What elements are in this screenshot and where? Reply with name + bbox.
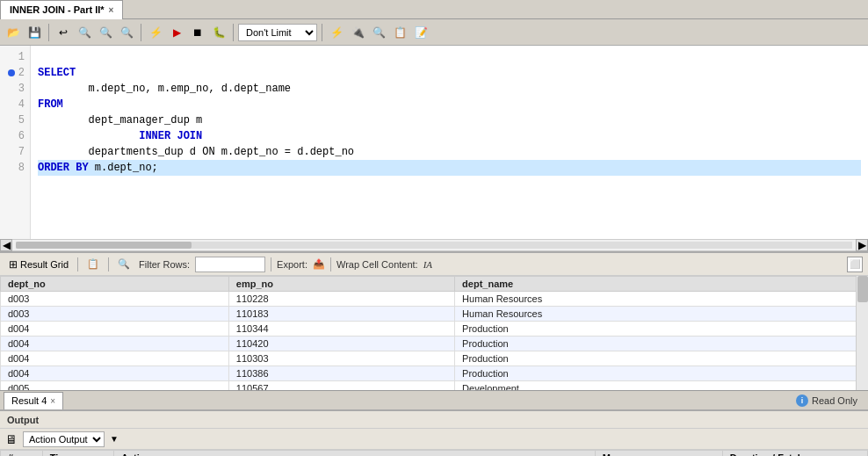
result-grid-btn[interactable]: ⊞ Result Grid (5, 257, 72, 271)
code-line-5[interactable]: dept_manager_dup m (38, 112, 861, 128)
save-btn[interactable]: 💾 (25, 23, 44, 42)
col-header-dept_name[interactable]: dept_name (455, 277, 868, 292)
table-row[interactable]: d004110420Production (1, 337, 868, 351)
output-col-Time[interactable]: Time (42, 451, 113, 457)
execute-btn[interactable]: ⚡ (327, 23, 346, 42)
line-number-6: 6 (5, 128, 25, 144)
result-panel: ⊞ Result Grid 📋 🔍 Filter Rows: Export: 📤… (0, 251, 868, 390)
code-line-4[interactable]: FROM (38, 97, 861, 112)
result-tab-4[interactable]: Result 4 × (4, 392, 63, 409)
main-toolbar: 📂 💾 ↩ 🔍 🔍 🔍 ⚡ ▶ ⏹ 🐛 Don't Limit ⚡ 🔌 🔍 📋 … (0, 19, 868, 46)
line-number-2: 2 (5, 65, 25, 81)
cell-dept_name: Human Resources (455, 292, 868, 307)
wrap-icon: IA (423, 259, 432, 270)
sep1 (48, 24, 49, 41)
col-header-emp_no[interactable]: emp_no (228, 277, 454, 292)
action-output-dropdown[interactable]: Action Output (23, 431, 105, 447)
form-editor-icon: 📋 (87, 258, 99, 270)
result-tab-close[interactable]: × (50, 396, 55, 406)
sep2 (141, 24, 141, 41)
cell-dept_no: d004 (1, 322, 229, 337)
cell-emp_no: 110386 (228, 366, 454, 381)
col-header-dept_no[interactable]: dept_no (1, 277, 229, 292)
table-row[interactable]: d003110228Human Resources (1, 292, 868, 307)
code-line-8[interactable]: ORDER BY m.dept_no; (38, 160, 861, 176)
code-line-2[interactable]: SELECT (38, 65, 861, 81)
editor-horizontal-scroll[interactable]: ◀ ▶ (0, 239, 868, 251)
tab-label: INNER JOIN - Part II* (10, 4, 105, 15)
cell-dept_no: d003 (1, 307, 229, 322)
redo-btn[interactable]: 🔍 (75, 23, 94, 42)
line-number-3: 3 (5, 81, 25, 97)
search-btn[interactable]: 🔍 (96, 23, 115, 42)
undo-btn[interactable]: ↩ (54, 23, 73, 42)
info-icon: i (796, 394, 808, 407)
output-table: #TimeActionMessageDuration / Fetch ✓ 114… (0, 450, 868, 456)
code-line-7[interactable]: departments_dup d ON m.dept_no = d.dept_… (38, 144, 861, 160)
debug-btn[interactable]: 🐛 (209, 23, 228, 42)
code-line-3[interactable]: m.dept_no, m.emp_no, d.dept_name (38, 81, 861, 97)
line-number-4: 4 (5, 97, 25, 112)
output-toolbar: 🖥 Action Output ▼ (0, 429, 868, 450)
editor-tab[interactable]: INNER JOIN - Part II* × (0, 0, 123, 19)
run-selected-btn[interactable]: ▶ (167, 23, 186, 42)
read-only-label: Read Only (812, 395, 857, 406)
panel-expand-btn[interactable]: ⬜ (847, 257, 863, 272)
sep4 (322, 24, 322, 41)
format-btn[interactable]: 📝 (411, 23, 430, 42)
result-sep3 (271, 257, 271, 271)
result-sep4 (330, 257, 331, 271)
scroll-right-btn[interactable]: ▶ (856, 239, 868, 251)
output-col-#[interactable]: # (1, 451, 43, 457)
schema-btn[interactable]: 📋 (390, 23, 409, 42)
result-grid-label: Result Grid (20, 259, 69, 270)
output-col-Message[interactable]: Message (595, 451, 722, 457)
cell-dept_name: Production (455, 322, 868, 337)
table-row[interactable]: d003110183Human Resources (1, 307, 868, 322)
export-csv-btn[interactable]: 📤 (313, 258, 325, 270)
limit-dropdown[interactable]: Don't Limit (238, 24, 317, 41)
line-number-1: 1 (5, 49, 25, 65)
cell-emp_no: 110344 (228, 322, 454, 337)
line-number-7: 7 (5, 144, 25, 160)
explain-btn[interactable]: 🔍 (369, 23, 388, 42)
code-line-1[interactable] (38, 49, 861, 65)
output-col-Duration / Fetch[interactable]: Duration / Fetch (722, 451, 867, 457)
filter-input[interactable] (195, 257, 265, 272)
result-scrollbar-thumb (857, 276, 868, 302)
result-tab-label: Result 4 (11, 395, 47, 406)
cell-emp_no: 110567 (228, 381, 454, 391)
run-btn[interactable]: ⚡ (146, 23, 165, 42)
result-scrollbar[interactable] (856, 276, 868, 390)
scroll-track[interactable] (16, 242, 852, 249)
tab-close-btn[interactable]: × (109, 5, 114, 15)
dropdown-arrow: ▼ (110, 434, 119, 444)
output-icon: 🖥 (5, 432, 18, 446)
line-number-5: 5 (5, 112, 25, 128)
table-row[interactable]: d005110567Development (1, 381, 868, 391)
execute2-btn[interactable]: 🔌 (348, 23, 367, 42)
result-sep2 (108, 257, 109, 271)
editor-content[interactable]: SELECT m.dept_no, m.emp_no, d.dept_nameF… (31, 46, 868, 239)
filter-icon-btn[interactable]: 🔍 (114, 257, 134, 271)
form-editor-btn[interactable]: 📋 (83, 257, 103, 271)
open-file-btn[interactable]: 📂 (4, 23, 23, 42)
cell-emp_no: 110228 (228, 292, 454, 307)
output-col-Action[interactable]: Action (114, 451, 596, 457)
table-row[interactable]: d004110386Production (1, 366, 868, 381)
cell-emp_no: 110183 (228, 307, 454, 322)
code-line-6[interactable]: INNER JOIN (38, 128, 861, 144)
table-row[interactable]: d004110344Production (1, 322, 868, 337)
search2-btn[interactable]: 🔍 (117, 23, 136, 42)
table-row[interactable]: d004110303Production (1, 351, 868, 366)
filter-rows-label: Filter Rows: (139, 259, 190, 270)
line-number-8: 8 (5, 160, 25, 176)
read-only-badge: i Read Only (796, 394, 864, 407)
cell-dept_name: Production (455, 337, 868, 351)
cell-dept_name: Development (455, 381, 868, 391)
cell-dept_name: Production (455, 351, 868, 366)
result-sep1 (77, 257, 78, 271)
scroll-left-btn[interactable]: ◀ (0, 239, 12, 251)
output-label: Output (7, 415, 39, 425)
stop-btn[interactable]: ⏹ (188, 23, 207, 42)
